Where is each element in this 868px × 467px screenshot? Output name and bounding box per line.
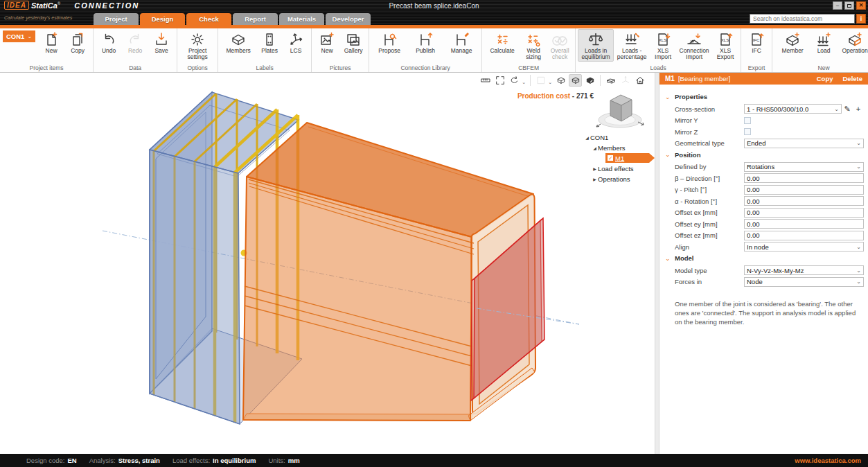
section-view-button[interactable] [604,74,617,87]
member-id: M1 [665,75,675,82]
model-type-dropdown[interactable]: N-Vy-Vz-Mx-My-Mz⌄ [744,265,864,275]
solid-view-button[interactable] [583,74,596,87]
chevron-down-icon: ⌄ [665,151,675,158]
pitch-input[interactable]: 0.00 [744,185,864,195]
tab-report[interactable]: Report [233,13,278,25]
measure-tool-button[interactable] [479,74,492,87]
member-button[interactable]: Member [774,29,811,55]
plate-icon [261,31,278,48]
tree-closed-icon[interactable]: ▶ [592,166,598,171]
property-row-mirror-y: Mirror Y [675,116,864,125]
defined-by-dropdown[interactable]: Rotations⌄ [744,162,864,172]
plates-button[interactable]: Plates [256,29,283,55]
info-button[interactable]: i [856,14,866,24]
weld-sizing-button[interactable]: Weld sizing [520,29,547,62]
selected-member-banner[interactable]: ✓M1 [605,153,655,163]
minimize-button[interactable]: – [833,1,842,10]
align-dropdown[interactable]: In node⌄ [744,242,864,252]
gallery-button[interactable]: Gallery [340,29,366,55]
selection-mode-button[interactable] [534,74,547,87]
navigation-cube[interactable] [592,88,649,132]
members-button[interactable]: Members [220,29,256,55]
offset-ey-mm-input[interactable]: 0.00 [744,219,864,229]
tree-item-con1[interactable]: ◢CON1 [584,132,655,142]
offset-ez-mm-input[interactable]: 0.00 [744,231,864,240]
propose-button[interactable]: Propose [371,29,407,55]
tree-item-load-effects[interactable]: ▶Load effects [584,164,655,173]
project-item-selector[interactable]: CON1⌄ [3,30,35,42]
offset-ex-mm-input[interactable]: 0.00 [744,208,864,218]
tab-project[interactable]: Project [94,13,139,25]
wireframe-view-button[interactable] [554,74,567,87]
geometrical-type-dropdown[interactable]: Ended⌄ [744,139,864,148]
new-button[interactable]: New [314,29,340,55]
xls-down-icon: XLS [655,31,671,48]
section-model[interactable]: ⌄ Model [665,254,864,262]
cross-section-dropdown[interactable]: 1 - RHS500/300/10.0⌄ [744,104,842,114]
project-settings-button[interactable]: Project settings [179,29,215,62]
property-row-offset-ez-mm: Offset ez [mm]0.00 [675,231,864,240]
undo-button[interactable]: Undo [96,29,122,55]
loads-in-equilibrium-button[interactable]: Loads in equilibrium [578,29,614,62]
3d-model-scene [0,73,655,454]
lcs-button[interactable]: LCS [283,29,309,55]
tree-item-members[interactable]: ◢Members [584,143,655,152]
member-visibility-checkbox[interactable]: ✓ [608,155,613,161]
default-view-button[interactable] [633,74,646,87]
website-link[interactable]: www.ideastatica.com [795,457,861,464]
xls-import-button[interactable]: XLSXLS Import [650,29,676,62]
chevron-down-icon: ⌄ [522,80,526,85]
section-properties[interactable]: ⌄ Properties [665,93,864,100]
search-input[interactable] [750,14,855,24]
add-cross-section-icon[interactable]: + [853,105,864,113]
connection-import-button[interactable]: Connection Import [676,29,712,62]
ifc-button[interactable]: IFCIFC [743,29,770,55]
tab-check[interactable]: Check [186,13,231,25]
edit-cross-section-icon[interactable]: ✎ [842,105,853,114]
tab-design[interactable]: Design [140,13,185,25]
manage-button[interactable]: Manage [443,29,479,55]
viewport-toolbar: ⌄⌄ [479,74,646,87]
new-button[interactable]: New [38,29,64,55]
rotate-view-button[interactable] [508,74,521,87]
calculate-button[interactable]: Calculate [484,29,520,55]
tab-developer[interactable]: Developer [326,13,371,25]
xls-export-button[interactable]: XLSXLS Export [712,29,738,62]
section-position[interactable]: ⌄ Position [665,151,864,159]
ribbon-group-options: Project settingsOptions [177,28,218,72]
title-bar: IDEA StatiCa® CONNECTION Precast beam sp… [0,0,868,12]
overall-check-button[interactable]: Overall check [547,29,573,62]
tree-open-icon[interactable]: ◢ [592,146,598,150]
zoom-fit-button[interactable] [493,74,506,87]
3d-viewport[interactable]: ⌄⌄ Production cost - 271 € ◢CON1◢Members… [0,73,655,454]
direction-input[interactable]: 0.00 [744,173,864,183]
load-button[interactable]: Load [811,29,837,55]
property-row-align: AlignIn node⌄ [675,242,864,252]
transparent-view-button[interactable] [569,74,582,87]
copy-member-button[interactable]: Copy [817,75,833,82]
rotation-input[interactable]: 0.00 [744,196,864,206]
close-button[interactable]: ✕ [856,1,866,10]
copy-button[interactable]: Copy [64,29,91,55]
delete-member-button[interactable]: Delete [842,75,862,82]
loads-percentage-button[interactable]: Loads - percentage [614,29,650,62]
maximize-icon [847,4,851,8]
save-button[interactable]: Save [148,29,175,55]
mirror-z-checkbox[interactable] [744,128,751,135]
tree-item-m1[interactable]: ✓M1 [584,153,655,163]
tree-closed-icon[interactable]: ▶ [592,177,598,182]
tree-item-operations[interactable]: ▶Operations [584,174,655,184]
load-plus-icon [815,31,832,48]
tree-open-icon[interactable]: ◢ [584,135,590,140]
xls-up-icon: XLS [717,31,734,48]
panel-splitter[interactable] [655,73,659,454]
mirror-y-checkbox[interactable] [744,117,751,124]
tab-materials[interactable]: Materials [279,13,324,25]
publish-button[interactable]: Publish [407,29,443,55]
redo-button[interactable]: Redo [122,29,148,55]
operation-button[interactable]: Operation [837,29,868,55]
maximize-button[interactable] [844,1,854,10]
forces-in-dropdown[interactable]: Node⌄ [744,277,864,287]
joint-edit-icon [453,31,470,48]
axes-toggle-button[interactable] [619,74,632,87]
